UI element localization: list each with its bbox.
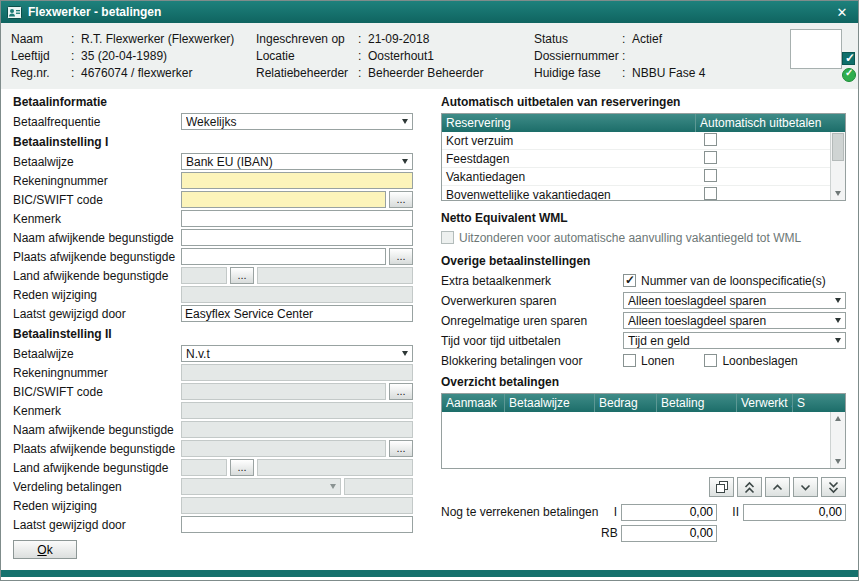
field-nog-te-verrekenen: Nog te verrekenen betalingen I II <box>441 503 846 521</box>
field-land-begunstigde-2: Land afwijkende begunstigde ... <box>13 459 415 476</box>
loonbeslagen-checkbox[interactable] <box>704 354 717 367</box>
header-col-3: Status:Actief Dossiernummer: Huidige fas… <box>534 31 705 82</box>
titlebar: Flexwerker - betalingen ✕ <box>1 1 858 23</box>
header-flag-checkbox[interactable] <box>842 52 855 65</box>
lonen-checkbox[interactable] <box>623 354 636 367</box>
vakantiedagen-checkbox[interactable] <box>704 169 717 182</box>
onregelmatige-uren-sparen-select[interactable]: Alleen toeslagdeel sparen <box>623 312 846 329</box>
scroll-down-icon[interactable] <box>831 187 845 200</box>
field-verrekenen-rb: RB <box>441 524 846 542</box>
plaats-begunstigde-2-browse-button[interactable]: ... <box>389 440 413 457</box>
field-bic-swift-2: BIC/SWIFT code ... <box>13 383 415 400</box>
copy-button[interactable] <box>709 477 734 497</box>
section-betaalinstelling-2: Betaalinstelling II <box>13 327 415 341</box>
land-1-browse-button[interactable]: ... <box>230 267 254 284</box>
info-locatie: Locatie:Oosterhout1 <box>256 48 483 65</box>
plaats-begunstigde-2-input <box>181 440 386 457</box>
reserveringen-column: Automatisch uitbetalen van reserveringen… <box>441 95 846 545</box>
chevron-down-icon <box>402 159 408 164</box>
chevron-down-icon <box>402 351 408 356</box>
chevron-down-icon <box>835 298 841 303</box>
feestdagen-checkbox[interactable] <box>704 151 717 164</box>
column-header-betaalwijze: Betaalwijze <box>504 394 594 412</box>
info-huidige-fase: Huidige fase:NBBU Fase 4 <box>534 65 705 82</box>
flexwerker-betalingen-window: Flexwerker - betalingen ✕ Naam:R.T. Flex… <box>0 0 859 581</box>
app-icon <box>7 5 22 20</box>
column-header-automatisch-uitbetalen: Automatisch uitbetalen <box>695 114 845 132</box>
tijd-voor-tijd-select[interactable]: Tijd en geld <box>623 332 846 349</box>
bic-swift-1-browse-button[interactable]: ... <box>389 191 413 208</box>
column-header-bedrag: Bedrag <box>594 394 656 412</box>
scrollbar[interactable] <box>830 412 845 468</box>
land-2-browse-button[interactable]: ... <box>230 459 254 476</box>
field-extra-betaalkenmerk: Extra betaalkenmerk Nummer van de loonsp… <box>441 272 846 289</box>
reserveringen-table-header: Reservering Automatisch uitbetalen <box>442 114 845 132</box>
rekeningnummer-1-input[interactable] <box>181 172 413 189</box>
section-betaalinstelling-1: Betaalinstelling I <box>13 135 415 149</box>
scroll-up-button[interactable] <box>765 477 790 497</box>
field-verdeling-betalingen: Verdeling betalingen <box>13 478 415 495</box>
double-chevron-up-icon <box>744 481 755 494</box>
scroll-down-icon[interactable] <box>831 455 845 468</box>
status-ok-icon <box>842 68 856 82</box>
window-title: Flexwerker - betalingen <box>28 5 826 19</box>
naam-begunstigde-1-input[interactable] <box>181 229 413 246</box>
laatst-gewijzigd-2-input[interactable] <box>181 516 413 533</box>
header-col-2: Ingeschreven op:21-09-2018 Locatie:Ooste… <box>256 31 483 82</box>
scroll-up-icon[interactable] <box>831 412 845 425</box>
wml-uitzonderen-checkbox <box>441 231 454 244</box>
field-overwerkuren-sparen: Overwerkuren sparen Alleen toeslagdeel s… <box>441 292 846 309</box>
field-laatst-gewijzigd-2: Laatst gewijzigd door <box>13 516 415 533</box>
info-dossiernummer: Dossiernummer: <box>534 48 705 65</box>
field-reden-wijziging-2: Reden wijziging <box>13 497 415 514</box>
kort-verzuim-checkbox[interactable] <box>704 133 717 146</box>
bottom-accent-bar <box>1 570 858 577</box>
ok-button[interactable]: Ok <box>13 540 77 559</box>
extra-betaalkenmerk-checkbox[interactable] <box>623 274 636 287</box>
section-betaalinformatie: Betaalinformatie <box>13 95 415 109</box>
reden-wijziging-2-input <box>181 497 413 514</box>
kenmerk-1-input[interactable] <box>181 210 413 227</box>
betaalwijze-1-select[interactable]: Bank EU (IBAN) <box>181 153 413 170</box>
betaalfrequentie-select[interactable]: Wekelijks <box>181 113 413 130</box>
bic-swift-2-browse-button[interactable]: ... <box>389 383 413 400</box>
content: Betaalinformatie Betaalfrequentie Wekeli… <box>1 89 858 568</box>
scroll-to-top-button[interactable] <box>737 477 762 497</box>
section-overzicht-betalingen: Overzicht betalingen <box>441 375 846 389</box>
chevron-down-icon <box>330 484 336 489</box>
column-header-betaling: Betaling <box>656 394 736 412</box>
field-betaalwijze-2: Betaalwijze N.v.t <box>13 345 415 362</box>
column-header-s: S <box>792 394 845 412</box>
verrekenen-i-input[interactable] <box>621 504 717 521</box>
chevron-down-icon <box>835 318 841 323</box>
verrekenen-i-label: I <box>601 505 617 519</box>
table-row: Bovenwettelijke vakantiedagen <box>442 186 830 200</box>
scroll-down-button[interactable] <box>793 477 818 497</box>
reserveringen-table-body: Kort verzuim Feestdagen Vakantiedagen Bo… <box>442 132 830 200</box>
scroll-to-bottom-button[interactable] <box>821 477 846 497</box>
column-header-reservering: Reservering <box>442 114 695 132</box>
reserveringen-table: Reservering Automatisch uitbetalen Kort … <box>441 113 846 201</box>
chevron-up-icon <box>772 482 783 493</box>
verdeling-betalingen-input <box>344 478 413 495</box>
field-betaalwijze-1: Betaalwijze Bank EU (IBAN) <box>13 153 415 170</box>
chevron-down-icon <box>835 338 841 343</box>
plaats-begunstigde-1-browse-button[interactable]: ... <box>389 248 413 265</box>
close-icon[interactable]: ✕ <box>832 5 852 20</box>
info-status: Status:Actief <box>534 31 705 48</box>
scrollbar[interactable] <box>830 132 845 200</box>
overwerkuren-sparen-select[interactable]: Alleen toeslagdeel sparen <box>623 292 846 309</box>
betaalwijze-2-select[interactable]: N.v.t <box>181 345 413 362</box>
laatst-gewijzigd-1-input[interactable] <box>181 305 413 322</box>
verrekenen-rb-input[interactable] <box>621 525 717 542</box>
field-land-begunstigde-1: Land afwijkende begunstigde ... <box>13 267 415 284</box>
copy-icon <box>716 481 728 493</box>
overzicht-betalingen-table: Aanmaak Betaalwijze Bedrag Betaling Verw… <box>441 393 846 469</box>
chevron-down-icon <box>402 119 408 124</box>
scrollbar-thumb[interactable] <box>832 133 844 161</box>
field-laatst-gewijzigd-1: Laatst gewijzigd door <box>13 305 415 322</box>
verrekenen-ii-input[interactable] <box>743 504 846 521</box>
plaats-begunstigde-1-input[interactable] <box>181 248 386 265</box>
bovenwettelijke-vakantiedagen-checkbox[interactable] <box>704 187 717 200</box>
bic-swift-1-input[interactable] <box>181 191 386 208</box>
